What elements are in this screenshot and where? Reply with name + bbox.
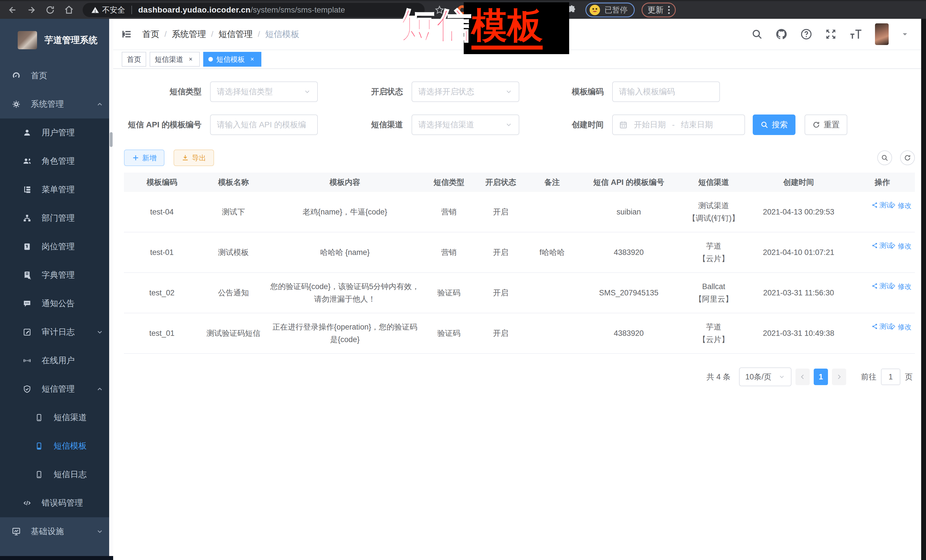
edit-link[interactable]: 修改 [890,280,911,293]
sidebar-item-notice[interactable]: 通知公告 [0,290,113,318]
edit-link[interactable]: 修改 [890,199,911,212]
avatar-image[interactable] [875,23,889,45]
sidebar-item-dict-mgmt[interactable]: 字典管理 [0,261,113,290]
col-template-name: 模板名称 [200,173,267,192]
tag-home[interactable]: 首页 [122,52,146,66]
table-row: test-01 测试模板 哈哈哈 {name} 营销 开启 f哈哈哈 43839… [124,232,915,273]
sidebar-item-post-mgmt[interactable]: 岗位管理 [0,232,113,261]
page-size-select[interactable]: 10条/页 [739,367,791,386]
breadcrumb-item[interactable]: 短信管理 [206,29,253,40]
chevron-down-icon [778,373,785,380]
sidebar-item-label: 岗位管理 [42,241,75,252]
sidebar-item-errcode-mgmt[interactable]: 错误码管理 [0,489,113,517]
template-code-input[interactable]: 请输入模板编码 [612,82,720,102]
export-button[interactable]: 导出 [174,149,214,166]
sidebar-item-role-mgmt[interactable]: 角色管理 [0,147,113,175]
sidebar-item-sms-mgmt[interactable]: 短信管理 [0,375,113,403]
font-size-icon[interactable] [849,28,862,40]
home-icon[interactable] [63,4,75,16]
url-path: /system/sms/sms-template [251,5,345,15]
add-button[interactable]: 新增 [124,149,165,166]
chevron-up-icon [96,101,103,108]
sidebar-item-home[interactable]: 首页 [0,62,113,90]
close-icon[interactable] [187,55,195,63]
sidebar-scrollbar[interactable] [109,19,113,560]
reload-icon[interactable] [44,4,56,16]
sidebar-item-online-users[interactable]: 在线用户 [0,346,113,375]
reset-button[interactable]: 重置 [805,115,847,135]
app-logo-row[interactable]: 芋道管理系统 [0,19,113,62]
sms-type-select[interactable]: 请选择短信类型 [210,82,318,102]
goto-page-input[interactable] [881,368,900,385]
col-status: 开启状态 [475,173,527,192]
gear-icon [11,100,21,109]
col-template-code: 模板编码 [124,173,200,192]
api-template-id-label: 短信 API 的模板编号 [124,119,201,130]
annotation-text-pink: 短信 [400,5,471,45]
refresh-icon-button[interactable] [900,150,915,165]
back-icon[interactable] [6,4,19,16]
search-button[interactable]: 搜索 [753,115,796,135]
status-select[interactable]: 请选择开启状态 [412,82,519,102]
sidebar-item-menu-mgmt[interactable]: 菜单管理 [0,175,113,204]
create-time-range-picker[interactable]: 开始日期 - 结束日期 [612,115,745,135]
page-scrollbar[interactable] [921,19,926,560]
breadcrumb-item[interactable]: 系统管理 [159,29,206,40]
sidebar-item-sms-log[interactable]: 短信日志 [0,460,113,489]
tree-menu-icon [22,186,32,194]
add-button-label: 新增 [142,153,156,163]
sidebar-item-infra[interactable]: 基础设施 [0,517,113,546]
api-template-id-input[interactable]: 请输入短信 API 的模板编 [210,115,318,135]
shield-check-icon [22,385,32,393]
edit-link[interactable]: 修改 [890,321,911,333]
pagination: 共 4 条 10条/页 1 前往 页 [124,367,915,386]
sidebar-item-label: 首页 [31,70,47,82]
chevron-up-icon [96,385,103,393]
next-page-button[interactable] [832,368,846,385]
not-secure-warning[interactable]: 不安全 [91,5,125,15]
browser-menu-icon[interactable] [668,6,670,14]
sidebar-item-system[interactable]: 系统管理 [0,90,113,118]
caret-down-icon[interactable] [901,30,909,38]
sidebar-item-audit-log[interactable]: 审计日志 [0,318,113,346]
sms-type-label: 短信类型 [124,86,201,97]
sidebar-item-label: 菜单管理 [42,184,75,195]
fullscreen-icon[interactable] [825,28,837,40]
sidebar-item-dept-mgmt[interactable]: 部门管理 [0,204,113,232]
col-remark: 备注 [527,173,578,192]
sidebar-collapse-icon[interactable] [121,29,133,40]
monitor-chart-icon [11,527,21,536]
sidebar-item-sms-channel[interactable]: 短信渠道 [0,403,113,432]
page-number-1[interactable]: 1 [814,368,828,385]
sidebar-item-sms-template[interactable]: 短信模板 [0,432,113,460]
address-bar[interactable]: 不安全 dashboard.yudao.iocoder.cn /system/s… [83,3,425,17]
edit-link[interactable]: 修改 [890,240,911,252]
profile-paused-pill[interactable]: 已暂停 [586,3,635,17]
tag-label: 短信渠道 [155,55,183,64]
github-icon[interactable] [775,28,788,41]
channel-select[interactable]: 请选择短信渠道 [412,115,519,135]
sidebar-item-label: 基础设施 [31,526,64,537]
channel-label: 短信渠道 [360,119,403,130]
tag-sms-channel[interactable]: 短信渠道 [150,52,200,66]
page-content: 短信类型 请选择短信类型 开启状态 请选择开启状态 模板编码 请输入模板编码 短… [113,82,921,386]
search-icon[interactable] [751,29,763,40]
calendar-icon [619,121,628,129]
chevron-down-icon [96,528,103,535]
show-search-icon-button[interactable] [877,150,892,165]
browser-update-button[interactable]: 更新 [642,3,676,17]
prev-page-button[interactable] [796,368,810,385]
sidebar-item-user-mgmt[interactable]: 用户管理 [0,118,113,147]
filter-row-1: 短信类型 请选择短信类型 开启状态 请选择开启状态 模板编码 请输入模板编码 [124,82,915,102]
col-api-template-id: 短信 API 的模板编号 [578,173,680,192]
select-placeholder: 请选择短信类型 [217,86,273,97]
tag-sms-template[interactable]: 短信模板 [203,52,261,66]
close-icon[interactable] [248,55,256,63]
tag-label: 首页 [127,55,141,64]
phone-icon [34,414,44,421]
help-icon[interactable] [800,28,812,40]
navbar-actions [751,23,921,45]
breadcrumb-item[interactable]: 首页 [142,29,159,40]
date-separator: - [672,120,675,129]
forward-icon[interactable] [25,4,38,16]
